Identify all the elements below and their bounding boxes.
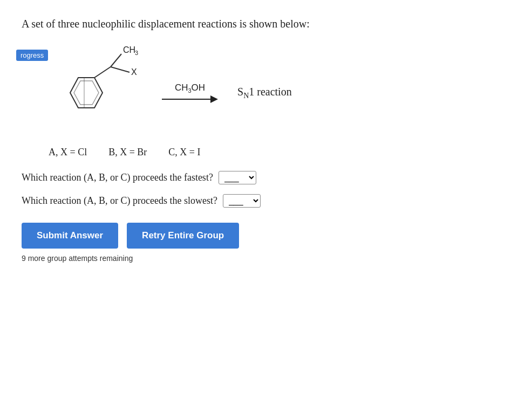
svg-line-2 — [94, 67, 111, 78]
question-slowest-text: Which reaction (A, B, or C) proceeds the… — [22, 195, 217, 207]
buttons-row: Submit Answer Retry Entire Group — [22, 223, 464, 249]
choice-a: A, X = Cl — [49, 147, 87, 158]
reaction-area: rogress CH 3 X CH3OH — [22, 44, 464, 141]
fastest-select[interactable]: ___ A B C — [219, 171, 256, 184]
submit-answer-button[interactable]: Submit Answer — [22, 223, 118, 249]
page-container: A set of three nucleophilic displacement… — [0, 0, 486, 279]
svg-line-3 — [111, 54, 121, 67]
reaction-type-label: SN1 reaction — [237, 86, 292, 100]
choice-b: B, X = Br — [108, 147, 147, 158]
svg-marker-1 — [74, 81, 99, 105]
progress-badge: rogress — [16, 50, 48, 61]
intro-text: A set of three nucleophilic displacement… — [22, 16, 464, 31]
question-slowest-row: Which reaction (A, B, or C) proceeds the… — [22, 194, 464, 208]
question-fastest-row: Which reaction (A, B, or C) proceeds the… — [22, 171, 464, 184]
question-fastest-text: Which reaction (A, B, or C) proceeds the… — [22, 172, 213, 183]
reaction-arrow-area: CH3OH — [162, 82, 218, 102]
svg-text:3: 3 — [135, 50, 138, 56]
slowest-select[interactable]: ___ A B C — [223, 194, 261, 208]
choice-c: C, X = I — [168, 147, 200, 158]
reaction-arrow — [162, 95, 218, 103]
retry-entire-group-button[interactable]: Retry Entire Group — [127, 223, 239, 249]
molecule-svg: CH 3 X — [43, 44, 151, 141]
attempts-text: 9 more group attempts remaining — [22, 254, 464, 263]
svg-text:CH: CH — [123, 45, 135, 54]
svg-text:X: X — [131, 67, 137, 77]
choices-row: A, X = Cl B, X = Br C, X = I — [49, 147, 464, 158]
svg-line-6 — [111, 67, 129, 72]
svg-marker-0 — [70, 78, 103, 108]
reagent-label: CH3OH — [175, 82, 205, 94]
